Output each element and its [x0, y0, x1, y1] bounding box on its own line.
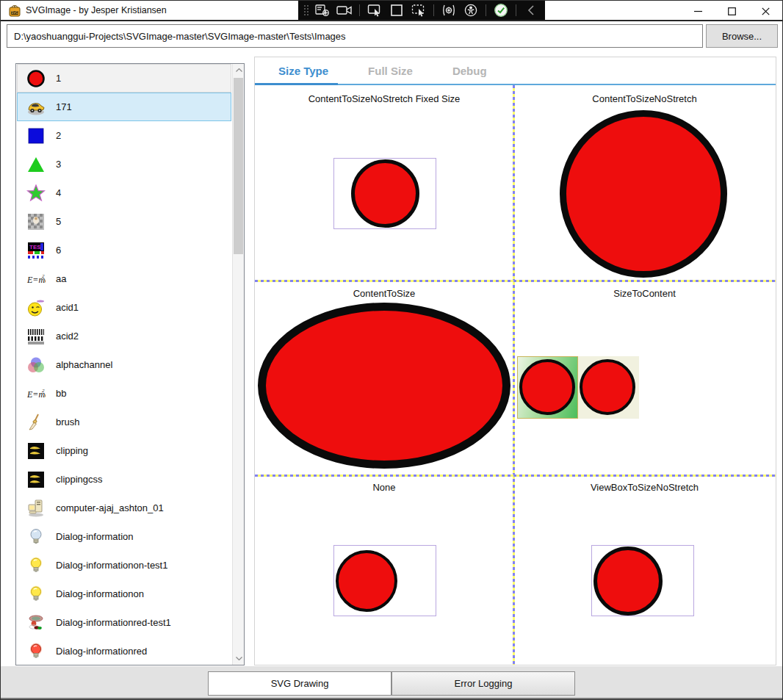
cell-title: ViewBoxToSizeNoStretch: [513, 482, 776, 493]
list-item-label: alphachannel: [56, 359, 112, 370]
list-item-Dialog-informationred-test1[interactable]: Dialog-informationred-test1: [17, 608, 231, 637]
toolbar-divider: [433, 4, 434, 16]
close-button[interactable]: [748, 1, 782, 21]
scroll-up-button[interactable]: [233, 64, 245, 76]
list-item-brush[interactable]: brush: [17, 408, 231, 436]
window-title: SVGImage - by Jesper Kristiansen: [26, 5, 167, 15]
alpha-circles-icon: [26, 356, 46, 375]
list-item-label: Dialog-informationon: [56, 588, 144, 599]
video-camera-icon[interactable]: [335, 3, 354, 18]
formula-icon: E=mc2: [26, 384, 46, 403]
green-triangle-icon: [26, 155, 46, 174]
list-item-6[interactable]: TES6: [17, 236, 231, 264]
tab-size-type[interactable]: Size Type: [270, 57, 337, 84]
list-item-computer-ajaj_ashton_01[interactable]: computer-ajaj_ashton_01: [17, 494, 231, 522]
list-scrollbar: [232, 64, 244, 665]
list-item-label: acid1: [56, 302, 79, 313]
minimize-button[interactable]: [681, 1, 715, 21]
list-item-3[interactable]: 3: [17, 150, 231, 178]
scrollbar-thumb[interactable]: [234, 78, 243, 254]
stripes-icon: [26, 327, 46, 346]
select-scrolling-icon[interactable]: [409, 3, 428, 18]
capture-settings-icon[interactable]: [313, 3, 332, 18]
svg-text:2: 2: [42, 273, 45, 279]
select-region-icon[interactable]: [365, 3, 384, 18]
list-item-label: bb: [56, 388, 66, 399]
list-item-clipping[interactable]: clipping: [17, 436, 231, 465]
list-item-label: clipping: [56, 445, 88, 456]
list-item-acid1[interactable]: acid1: [17, 293, 231, 322]
red-discs-icon: [26, 613, 46, 632]
red-ellipse-image: [258, 303, 510, 469]
list-item-bb[interactable]: E=mc2bb: [17, 379, 231, 408]
collapse-chevron-icon[interactable]: [522, 3, 541, 18]
blue-square-icon: [26, 126, 46, 145]
size-type-grid: ContentToSizeNoStretch Fixed Size Conten…: [255, 85, 776, 665]
tab-debug[interactable]: Debug: [444, 57, 496, 84]
red-circle-icon: [26, 69, 46, 88]
list-item-label: 5: [56, 216, 61, 227]
process-gear-icon[interactable]: [439, 3, 458, 18]
browse-button[interactable]: Browse...: [706, 24, 778, 48]
scroll-down-button[interactable]: [233, 652, 245, 665]
grid-vertical-divider: [513, 85, 515, 665]
red-circle-image: [351, 159, 419, 228]
screen-capture-toolbar: [298, 1, 545, 20]
list-item-alphachannel[interactable]: alphachannel: [17, 350, 231, 379]
cell-title: ContentToSize: [255, 288, 513, 299]
app-icon: SVG: [8, 4, 21, 18]
list-item-label: Dialog-informationon-test1: [56, 560, 167, 571]
list-item-label: brush: [56, 416, 80, 427]
bottom-tab-svg-drawing[interactable]: SVG Drawing: [208, 671, 392, 696]
bulb-yellow-icon: [26, 556, 46, 575]
bottom-tab-error-logging[interactable]: Error Logging: [392, 671, 575, 696]
cell-title: None: [255, 482, 513, 493]
list-item-label: aa: [56, 273, 66, 284]
computer-icon: [26, 499, 46, 518]
grip-handle-icon: [303, 3, 310, 18]
list-item-Dialog-information[interactable]: Dialog-information: [17, 522, 231, 551]
tab-strip: Size TypeFull SizeDebug: [255, 57, 776, 85]
status-check-icon[interactable]: [491, 3, 510, 18]
grid-horizontal-divider-2: [255, 475, 776, 477]
list-item-Dialog-informationon[interactable]: Dialog-informationon: [17, 580, 231, 608]
smiley-icon: [26, 298, 46, 317]
list-item-2[interactable]: 2: [17, 121, 231, 150]
list-item-171[interactable]: 171: [17, 93, 231, 121]
list-item-clippingcss[interactable]: clippingcss: [17, 465, 231, 494]
list-item-label: Dialog-informationred: [56, 646, 147, 657]
test-pattern-icon: TES: [26, 241, 46, 260]
list-item-aa[interactable]: E=mc2aa: [17, 264, 231, 293]
cell-title: SizeToContent: [513, 288, 776, 299]
noise-image-icon: [26, 212, 46, 231]
svg-text:2: 2: [42, 388, 45, 394]
tab-full-size[interactable]: Full Size: [359, 57, 422, 84]
list-item-label: acid2: [56, 331, 79, 342]
red-circle-image: [580, 359, 635, 415]
list-item-5[interactable]: 5: [17, 207, 231, 236]
toolbar-divider: [486, 4, 486, 16]
bottom-bar: SVG DrawingError Logging: [1, 666, 782, 699]
red-circle-image: [560, 110, 727, 278]
accessibility-icon[interactable]: [461, 3, 480, 18]
bulb-yellow-icon: [26, 585, 46, 604]
grid-horizontal-divider-1: [255, 280, 776, 282]
size-to-content-group: [517, 356, 639, 419]
image-list: 11712345TES6E=mc2aaacid1acid2alphachanne…: [15, 63, 245, 665]
svg-viewport-box: [591, 545, 694, 616]
red-circle-image: [519, 359, 575, 415]
path-input[interactable]: [7, 24, 703, 48]
cell-title: ContentToSizeNoStretch: [513, 93, 776, 104]
list-item-label: clippingcss: [56, 474, 103, 485]
list-item-4[interactable]: 4: [17, 178, 231, 207]
select-window-icon[interactable]: [387, 3, 406, 18]
maximize-button[interactable]: [715, 1, 748, 21]
list-item-Dialog-informationred[interactable]: Dialog-informationred: [17, 637, 231, 665]
title-bar: SVG SVGImage - by Jesper Kristiansen: [1, 1, 782, 21]
brush-icon: [26, 413, 46, 432]
list-item-acid2[interactable]: acid2: [17, 322, 231, 350]
svg-text:TES: TES: [29, 244, 41, 250]
list-item-label: 6: [56, 245, 61, 256]
list-item-1[interactable]: 1: [17, 64, 231, 93]
list-item-Dialog-informationon-test1[interactable]: Dialog-informationon-test1: [17, 551, 231, 580]
